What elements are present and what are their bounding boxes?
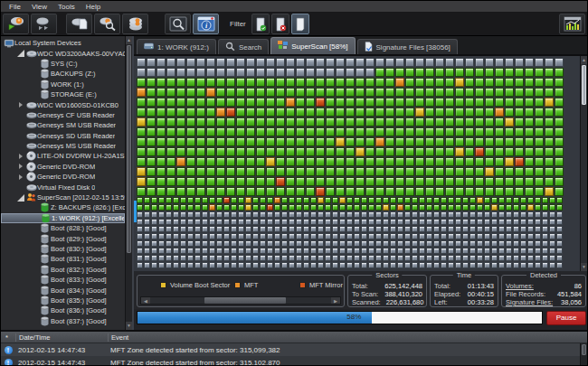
map-cell bbox=[339, 240, 346, 247]
map-cell bbox=[296, 137, 305, 146]
map-cell bbox=[238, 211, 244, 218]
stat-link-label[interactable]: Signature Files: bbox=[506, 298, 553, 306]
sidebar-item[interactable]: LITE-ON DVDRW LH-20A1S bbox=[1, 151, 125, 161]
filter-all-icon[interactable] bbox=[291, 14, 309, 34]
map-cell bbox=[318, 255, 324, 261]
map-cell bbox=[433, 211, 440, 218]
sidebar-item[interactable]: Virtual Fixed Disk 0 bbox=[1, 182, 125, 192]
tab-search[interactable]: Search bbox=[218, 39, 269, 54]
sidebar-item[interactable]: Boot (837:) [Good] bbox=[1, 316, 125, 326]
sidebar-item[interactable]: Generic DVD-ROM bbox=[1, 172, 125, 182]
sidebar-item[interactable]: Boot (832:) [Good] bbox=[1, 265, 125, 275]
map-scrollbar[interactable]: ▲ ▼ bbox=[580, 56, 587, 271]
menu-item-tools[interactable]: Tools bbox=[53, 2, 80, 12]
sidebar-item[interactable]: Generic DVD-ROM bbox=[1, 162, 125, 172]
map-cell bbox=[346, 167, 355, 176]
sidebar-item[interactable]: Boot (833:) [Good] bbox=[1, 275, 125, 285]
sidebar-item[interactable]: WDC WD1600SD-01KCB0 bbox=[1, 99, 125, 109]
log-column-datetime[interactable]: Date/Time bbox=[15, 333, 108, 342]
expand-arrow-icon[interactable] bbox=[16, 102, 25, 108]
expand-arrow-icon[interactable] bbox=[16, 164, 25, 169]
sidebar-item[interactable]: WDC WD3200AAKS-00VYA0 bbox=[1, 48, 125, 58]
sidebar-scrollbar[interactable]: ▲ ▼ bbox=[125, 36, 132, 330]
sidebar-item[interactable]: Genesys SD USB Reader bbox=[1, 131, 125, 141]
tab-1-work-912[interactable]: 1: WORK (912:) bbox=[137, 39, 216, 54]
sidebar-item[interactable]: SYS (C:) bbox=[1, 59, 125, 69]
expand-arrow-icon[interactable] bbox=[16, 154, 25, 159]
scroll-down-icon[interactable]: ▼ bbox=[581, 263, 587, 271]
disk-stack-icon[interactable] bbox=[122, 14, 148, 34]
statistics-icon[interactable] bbox=[559, 14, 585, 34]
sidebar-item[interactable]: Genesys CF USB Reader bbox=[1, 110, 125, 120]
tab-signature-files-38056[interactable]: Signature Files [38056] bbox=[357, 39, 458, 54]
map-cell bbox=[316, 58, 325, 67]
map-cell bbox=[296, 240, 302, 247]
scan-disk-icon[interactable] bbox=[94, 14, 120, 34]
scroll-down-icon[interactable]: ▼ bbox=[126, 322, 132, 330]
sidebar-item[interactable]: Genesys MS USB Reader bbox=[1, 141, 125, 151]
log-scrollbar[interactable] bbox=[580, 343, 587, 365]
expand-arrow-icon[interactable] bbox=[16, 174, 25, 180]
map-cell bbox=[462, 248, 469, 254]
pause-button[interactable]: Pause bbox=[546, 311, 586, 325]
sidebar-item[interactable]: Z: BACKUPS (826:) [Excell... bbox=[1, 202, 125, 212]
map-cell bbox=[356, 78, 365, 87]
stat-link-label[interactable]: Volumes: bbox=[506, 282, 534, 290]
map-cell bbox=[306, 108, 315, 117]
tab-label: Signature Files [38056] bbox=[376, 43, 450, 52]
scroll-up-icon[interactable]: ▲ bbox=[126, 36, 132, 44]
tab-superscan-58[interactable]: SuperScan [58%] bbox=[270, 37, 355, 54]
scrollbar-thumb[interactable] bbox=[127, 45, 131, 253]
sidebar-item[interactable]: STORAGE (E:) bbox=[1, 89, 125, 99]
sidebar-item[interactable]: Boot (829:) [Good] bbox=[1, 233, 125, 243]
map-cell bbox=[202, 197, 208, 203]
scroll-right-icon[interactable]: ▶ bbox=[331, 297, 340, 304]
sidebar-item[interactable]: 1: WORK (912:) [Excellent] bbox=[1, 213, 125, 223]
legend-scrollbar[interactable]: ◀ ▶ bbox=[140, 296, 341, 305]
scroll-up-icon[interactable]: ▲ bbox=[581, 56, 587, 64]
filter-ok-icon[interactable] bbox=[251, 14, 270, 34]
map-cell bbox=[425, 88, 434, 97]
map-cell bbox=[238, 226, 244, 232]
sidebar-item[interactable]: Boot (836:) [Good] bbox=[1, 305, 125, 315]
map-cell bbox=[151, 233, 157, 239]
log-row[interactable]: !2012-02-15 14:47:43MFT Zone detected st… bbox=[1, 356, 587, 365]
map-cell bbox=[395, 137, 404, 146]
scrollbar-thumb[interactable] bbox=[582, 344, 586, 355]
sidebar-item[interactable]: Genesys SM USB Reader bbox=[1, 120, 125, 130]
sidebar-item[interactable]: Local System Devices bbox=[1, 38, 125, 48]
map-cell bbox=[276, 58, 285, 67]
map-cell bbox=[147, 78, 156, 87]
collapse-arrow-icon[interactable] bbox=[16, 50, 25, 57]
recover-files-icon[interactable] bbox=[66, 14, 92, 34]
scrollbar-thumb[interactable] bbox=[582, 65, 586, 105]
sidebar-item[interactable]: Boot (834:) [Good] bbox=[1, 285, 125, 295]
filter-error-icon[interactable] bbox=[271, 14, 289, 34]
info-icon[interactable]: i bbox=[193, 14, 219, 34]
sidebar-item[interactable]: Boot (835:) [Good] bbox=[1, 296, 125, 305]
sidebar-item[interactable]: SuperScan [2012-02-15 13:59... bbox=[1, 192, 125, 202]
preview-icon[interactable] bbox=[165, 14, 191, 34]
menu-item-help[interactable]: Help bbox=[81, 2, 105, 12]
sidebar-item[interactable]: WORK (1:) bbox=[1, 80, 125, 89]
map-cell bbox=[245, 262, 251, 268]
disk-copy-icon[interactable] bbox=[31, 14, 57, 34]
map-cell bbox=[260, 233, 266, 239]
map-cell bbox=[316, 187, 325, 196]
log-row[interactable]: !2012-02-15 14:47:43MFT Zone detected st… bbox=[1, 343, 587, 356]
collapse-arrow-icon[interactable] bbox=[16, 194, 25, 202]
sidebar-item[interactable]: Boot (831:) [Good] bbox=[1, 254, 125, 264]
map-cell bbox=[332, 255, 338, 261]
scrollbar-thumb[interactable] bbox=[204, 297, 286, 304]
sidebar-item[interactable]: Boot (828:) [Good] bbox=[1, 223, 125, 233]
log-column-event[interactable]: Event bbox=[108, 333, 587, 342]
menu-item-view[interactable]: View bbox=[27, 2, 52, 12]
sidebar-item[interactable]: BACKUPS (Z:) bbox=[1, 69, 125, 79]
open-disk-icon[interactable] bbox=[3, 14, 29, 34]
scroll-left-icon[interactable]: ◀ bbox=[141, 297, 150, 304]
map-cell bbox=[527, 255, 534, 261]
menu-item-file[interactable]: File bbox=[5, 2, 25, 12]
log-column-icon[interactable]: * bbox=[1, 333, 15, 342]
sidebar-item[interactable]: Boot (830:) [Good] bbox=[1, 244, 125, 254]
map-cell bbox=[354, 262, 360, 268]
